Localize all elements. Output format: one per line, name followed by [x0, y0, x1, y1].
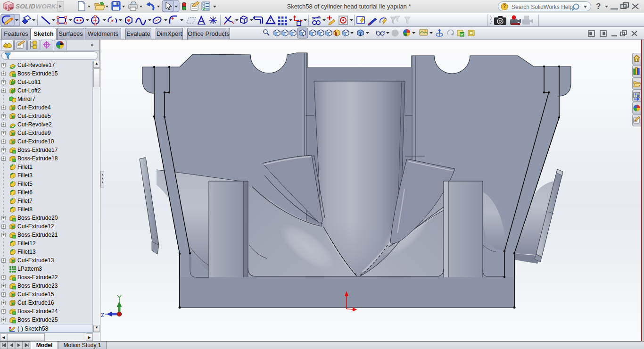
svg-text:S: S — [5, 6, 8, 10]
svg-text:Z: Z — [101, 312, 104, 318]
svg-text:SOLIDWORKS: SOLIDWORKS — [16, 3, 60, 10]
svg-text:W: W — [9, 6, 13, 10]
